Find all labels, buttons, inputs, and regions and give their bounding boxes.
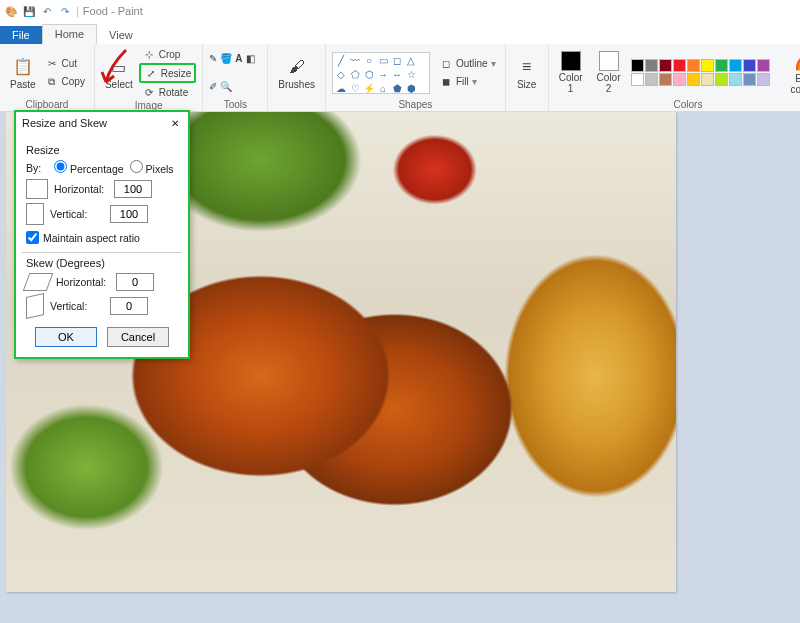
fillopt-icon: ◼: [439, 75, 453, 89]
skew-legend: Skew (Degrees): [26, 257, 178, 269]
shapes-gallery[interactable]: ╱〰○▭◻△ ◇⬠⬡→↔☆ ☁♡⚡⌂⬟⬢: [332, 52, 430, 94]
palette-swatch[interactable]: [743, 59, 756, 72]
palette-swatch[interactable]: [645, 73, 658, 86]
group-brushes: 🖌 Brushes: [268, 44, 326, 111]
palette-swatch[interactable]: [687, 73, 700, 86]
outline-button[interactable]: ◻Outline▾: [436, 56, 499, 72]
pencil-icon[interactable]: ✎: [209, 53, 217, 64]
group-tools: ✎ 🪣 A ◧ ✐ 🔍 Tools: [203, 44, 268, 111]
palette-swatch[interactable]: [673, 73, 686, 86]
palette-swatch[interactable]: [631, 59, 644, 72]
resize-v-icon: [26, 203, 44, 225]
radio-pixels[interactable]: Pixels: [130, 160, 174, 175]
app-icon: 🎨: [4, 4, 18, 18]
skew-vertical-input[interactable]: [110, 297, 148, 315]
cut-icon: ✂: [45, 57, 59, 71]
undo-icon[interactable]: ↶: [40, 4, 54, 18]
magnify-icon[interactable]: 🔍: [220, 81, 232, 92]
skew-h-label: Horizontal:: [56, 276, 110, 288]
palette-swatch[interactable]: [715, 73, 728, 86]
palette-swatch[interactable]: [687, 59, 700, 72]
resize-icon: ⤢: [144, 66, 158, 80]
tab-home[interactable]: Home: [42, 24, 97, 44]
brush-icon: 🖌: [286, 56, 308, 78]
color2-swatch: [599, 51, 619, 71]
size-icon: ≡: [516, 56, 538, 78]
color-palette[interactable]: [631, 59, 781, 86]
group-clipboard: 📋 Paste ✂Cut ⧉Copy Clipboard: [0, 44, 95, 111]
tab-file[interactable]: File: [0, 26, 42, 44]
text-icon[interactable]: A: [235, 53, 242, 64]
outline-icon: ◻: [439, 57, 453, 71]
group-tools-label: Tools: [224, 99, 247, 111]
crop-icon: ⊹: [142, 47, 156, 61]
copy-icon: ⧉: [45, 75, 59, 89]
save-icon[interactable]: 💾: [22, 4, 36, 18]
palette-swatch[interactable]: [673, 59, 686, 72]
select-button[interactable]: ▭ Select: [101, 54, 137, 92]
resize-button[interactable]: ⤢Resize: [139, 63, 197, 83]
palette-swatch[interactable]: [729, 73, 742, 86]
color1-swatch: [561, 51, 581, 71]
palette-swatch[interactable]: [701, 73, 714, 86]
palette-swatch[interactable]: [757, 73, 770, 86]
edit-colors-icon: 🌈: [793, 50, 800, 72]
palette-swatch[interactable]: [757, 59, 770, 72]
skew-v-label: Vertical:: [50, 300, 104, 312]
skew-horizontal-input[interactable]: [116, 273, 154, 291]
fill-icon[interactable]: 🪣: [220, 53, 232, 64]
rotate-button[interactable]: ⟳Rotate: [139, 84, 197, 100]
menu-tabs: File Home View: [0, 22, 800, 44]
resize-v-label: Vertical:: [50, 208, 104, 220]
copy-button[interactable]: ⧉Copy: [42, 74, 88, 90]
skew-v-icon: [26, 293, 44, 319]
window-title: Food - Paint: [83, 5, 143, 17]
group-shapes: ╱〰○▭◻△ ◇⬠⬡→↔☆ ☁♡⚡⌂⬟⬢ ◻Outline▾ ◼Fill▾ Sh…: [326, 44, 506, 111]
close-icon[interactable]: ✕: [168, 116, 182, 130]
cut-button[interactable]: ✂Cut: [42, 56, 88, 72]
resize-vertical-input[interactable]: [110, 205, 148, 223]
resize-h-label: Horizontal:: [54, 183, 108, 195]
resize-legend: Resize: [26, 144, 178, 156]
paste-button[interactable]: 📋 Paste: [6, 54, 40, 92]
palette-swatch[interactable]: [645, 59, 658, 72]
paste-icon: 📋: [12, 56, 34, 78]
palette-swatch[interactable]: [631, 73, 644, 86]
ok-button[interactable]: OK: [35, 327, 97, 347]
ribbon: 📋 Paste ✂Cut ⧉Copy Clipboard ▭ Select ⊹C…: [0, 44, 800, 112]
redo-icon[interactable]: ↷: [58, 4, 72, 18]
dialog-title: Resize and Skew: [22, 117, 107, 129]
radio-percentage[interactable]: Percentage: [54, 160, 124, 175]
cancel-button[interactable]: Cancel: [107, 327, 169, 347]
group-size: ≡ Size: [506, 44, 549, 111]
maintain-ratio-checkbox[interactable]: [26, 231, 39, 244]
color1-button[interactable]: Color 1: [555, 49, 587, 96]
palette-swatch[interactable]: [729, 59, 742, 72]
paste-label: Paste: [10, 79, 36, 90]
skew-h-icon: [23, 273, 54, 291]
resize-skew-dialog: Resize and Skew ✕ Resize By: Percentage …: [14, 110, 190, 359]
group-shapes-label: Shapes: [398, 99, 432, 111]
palette-swatch[interactable]: [659, 73, 672, 86]
eraser-icon[interactable]: ◧: [246, 53, 255, 64]
color2-button[interactable]: Color 2: [593, 49, 625, 96]
resize-h-icon: [26, 179, 48, 199]
by-label: By:: [26, 162, 48, 174]
edit-colors-button[interactable]: 🌈 Edit colors: [787, 48, 801, 97]
palette-swatch[interactable]: [743, 73, 756, 86]
size-button[interactable]: ≡ Size: [512, 54, 542, 92]
resize-horizontal-input[interactable]: [114, 180, 152, 198]
palette-swatch[interactable]: [659, 59, 672, 72]
tab-view[interactable]: View: [97, 26, 145, 44]
fill-opt-button[interactable]: ◼Fill▾: [436, 74, 499, 90]
palette-swatch[interactable]: [715, 59, 728, 72]
crop-button[interactable]: ⊹Crop: [139, 46, 197, 62]
picker-icon[interactable]: ✐: [209, 81, 217, 92]
group-colors: Color 1 Color 2 🌈 Edit colors Colors: [549, 44, 800, 111]
palette-swatch[interactable]: [701, 59, 714, 72]
title-bar: 🎨 💾 ↶ ↷ | Food - Paint: [0, 0, 800, 22]
select-icon: ▭: [108, 56, 130, 78]
brushes-button[interactable]: 🖌 Brushes: [274, 54, 319, 92]
group-colors-label: Colors: [673, 99, 702, 111]
maintain-ratio-label: Maintain aspect ratio: [43, 232, 140, 244]
